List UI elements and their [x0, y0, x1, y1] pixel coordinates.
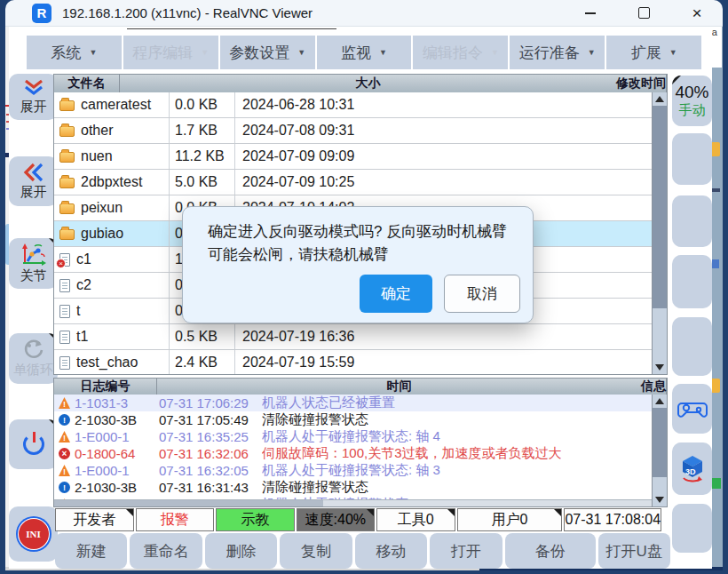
file-type-icon: [59, 305, 70, 318]
maximize-button[interactable]: [637, 7, 650, 20]
ini-button[interactable]: INI: [9, 506, 58, 562]
expand-down-button[interactable]: 展开: [9, 74, 58, 120]
right-sidebar-button-empty[interactable]: [672, 195, 712, 247]
scroll-up-icon[interactable]: [655, 96, 664, 102]
file-table-scrollbar[interactable]: [652, 92, 667, 374]
log-time: 07-31 17:06:29: [159, 395, 262, 411]
status-cell[interactable]: 速度:40%: [297, 508, 376, 531]
status-cell[interactable]: 用户0: [457, 508, 563, 531]
scrollbar-thumb[interactable]: [653, 408, 667, 477]
file-type-icon: [59, 253, 70, 267]
file-column-header[interactable]: 大小: [120, 75, 616, 92]
file-action-button[interactable]: 复制: [280, 533, 352, 569]
log-severity-icon: [59, 414, 70, 426]
scroll-up-icon[interactable]: [655, 398, 664, 404]
close-button[interactable]: ×: [691, 7, 703, 20]
right-sidebar-button-empty[interactable]: [672, 504, 712, 553]
file-action-button[interactable]: 打开U盘: [598, 533, 670, 569]
scroll-down-icon[interactable]: [655, 497, 664, 503]
log-row[interactable]: 2-1030-3B 07-31 16:31:43 清除碰撞报警状态: [54, 479, 652, 496]
log-severity-icon: [59, 465, 70, 476]
scroll-down-icon[interactable]: [655, 364, 664, 371]
3d-cube-icon: 3D: [677, 455, 708, 483]
log-severity-icon: [59, 448, 70, 459]
log-horizontal-scrollbar[interactable]: [54, 499, 652, 506]
chevron-down-icon: ▼: [89, 48, 97, 57]
file-row[interactable]: nuen 11.2 KB 2024-07-09 09:09: [54, 144, 652, 170]
chevron-down-icon: ▼: [669, 48, 677, 57]
power-button[interactable]: [9, 419, 58, 469]
file-action-button[interactable]: 新建: [55, 533, 127, 569]
file-size: 0.0 KB: [170, 92, 235, 117]
file-action-label: 新建: [76, 541, 107, 562]
status-cell[interactable]: 报警: [136, 508, 215, 531]
expand-left-button[interactable]: 展开: [9, 156, 58, 206]
menu-item[interactable]: 运行准备 ▼: [510, 36, 605, 69]
right-sidebar-button-empty[interactable]: [672, 317, 712, 376]
file-action-label: 打开: [451, 541, 481, 562]
log-row[interactable]: 1-E000-1 07-31 16:32:05 机器人处于碰撞报警状态: 轴 3: [54, 462, 652, 479]
scrollbar-thumb[interactable]: [54, 500, 323, 506]
file-row[interactable]: test_chao 2.4 KB 2024-07-19 15:59: [54, 350, 652, 374]
file-date: 2024-07-09 09:09: [235, 148, 652, 164]
file-action-button[interactable]: 移动: [355, 533, 427, 569]
file-row[interactable]: other 1.7 KB 2024-07-08 09:31: [54, 118, 652, 144]
log-time: 07-31 17:05:49: [159, 412, 262, 427]
log-row[interactable]: 1-1031-3 07-31 17:06:29 机器人状态已经被重置: [54, 395, 652, 411]
manual-mode-label: 手动: [679, 102, 706, 119]
file-action-label: 备份: [535, 541, 566, 562]
joint-mode-button[interactable]: 关节: [9, 238, 58, 289]
single-cycle-label: 单循环: [13, 362, 53, 379]
log-table-scrollbar[interactable]: [652, 395, 667, 506]
menu-item[interactable]: 监视 ▼: [317, 36, 412, 69]
file-size: 11.2 KB: [170, 144, 235, 169]
file-row[interactable]: cameratest 0.0 KB 2024-06-28 10:31: [54, 92, 652, 118]
status-cell[interactable]: 示教: [216, 508, 295, 531]
file-action-button[interactable]: 重命名: [130, 533, 202, 569]
speed-mode-button[interactable]: 40% 手动: [672, 76, 712, 126]
file-date: 2024-07-09 10:25: [235, 174, 652, 190]
file-row[interactable]: 2dbpxtest 5.0 KB 2024-07-09 10:25: [54, 170, 652, 195]
file-column-header[interactable]: 文件名: [54, 75, 120, 92]
log-column-header[interactable]: 信息: [641, 379, 667, 395]
log-severity-icon: [59, 482, 70, 493]
file-action-bar: 新建 重命名 删除 复制 移动 打开: [55, 533, 670, 569]
log-column-header[interactable]: 时间: [157, 379, 641, 395]
double-chevron-left-icon: [23, 163, 44, 182]
file-type-icon: [59, 331, 70, 344]
scrollbar-thumb[interactable]: [653, 106, 667, 308]
menu-item[interactable]: 系统 ▼: [27, 36, 122, 69]
status-cell[interactable]: 开发者: [55, 508, 134, 531]
minimize-button[interactable]: [584, 7, 597, 20]
file-action-button[interactable]: 打开: [430, 533, 502, 569]
menu-item[interactable]: 参数设置 ▼: [220, 36, 315, 69]
log-row[interactable]: 0-1800-64 07-31 16:32:06 伺服故障码：100,关节3过载…: [54, 445, 652, 462]
log-message: 机器人处于碰撞报警状态: 轴 3: [262, 462, 652, 479]
right-sidebar-button-empty[interactable]: [672, 255, 712, 308]
chevron-down-icon: ▼: [491, 48, 499, 57]
log-row[interactable]: 1-E000-1 07-31 16:35:25 机器人处于碰撞报警状态: 轴 4: [54, 428, 652, 445]
status-cell[interactable]: 07-31 17:08:04: [564, 508, 661, 531]
menu-item[interactable]: 扩展 ▼: [606, 36, 701, 69]
status-cell[interactable]: 工具0: [376, 508, 455, 531]
file-size: 5.0 KB: [170, 170, 235, 195]
log-column-header[interactable]: 日志编号: [54, 379, 157, 395]
file-action-button[interactable]: 删除: [205, 533, 277, 569]
right-sidebar-button-empty[interactable]: [672, 133, 712, 185]
view-3d-button[interactable]: 3D: [672, 442, 712, 495]
menu-item[interactable]: 程序编辑 ▼: [123, 36, 218, 69]
dialog-buttons: 确定 取消: [360, 275, 520, 313]
log-row[interactable]: 2-1030-3B 07-31 17:05:49 清除碰撞报警状态: [54, 411, 652, 428]
file-row[interactable]: t1 0.5 KB 2024-07-19 16:36: [54, 324, 652, 350]
cancel-button[interactable]: 取消: [444, 275, 520, 313]
file-size: 1.7 KB: [170, 118, 235, 143]
file-column-header[interactable]: 修改时间: [616, 75, 667, 92]
status-label: 示教: [241, 511, 269, 530]
file-action-button[interactable]: 备份: [505, 533, 596, 569]
menu-item[interactable]: 编辑指令 ▼: [413, 36, 508, 69]
file-type-icon: [59, 279, 70, 292]
confirm-button[interactable]: 确定: [360, 275, 432, 313]
menu-item-label: 程序编辑: [132, 43, 193, 63]
gamepad-button[interactable]: [672, 384, 712, 434]
single-cycle-button[interactable]: 单循环: [9, 333, 58, 384]
